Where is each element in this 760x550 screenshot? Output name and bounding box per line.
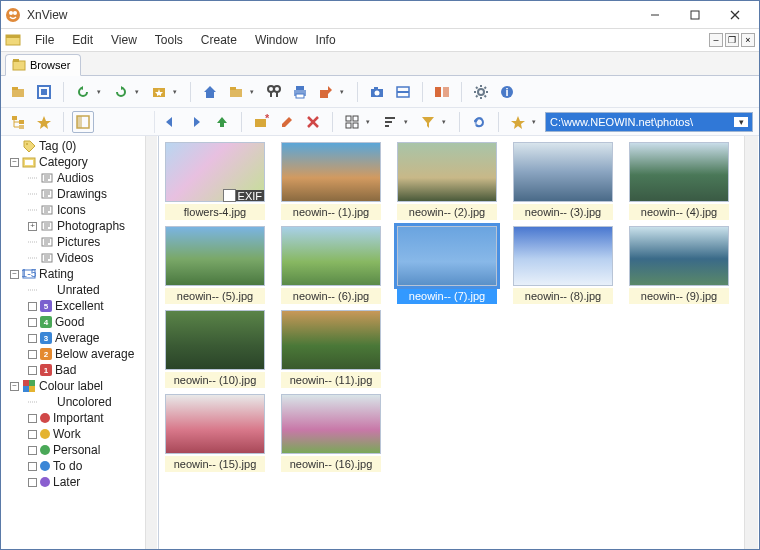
thumbnail-image[interactable]: [165, 394, 265, 454]
collapse-icon[interactable]: −: [10, 270, 19, 279]
fullscreen-icon[interactable]: [33, 81, 55, 103]
menu-tools[interactable]: Tools: [147, 31, 191, 49]
favorites-icon[interactable]: [148, 81, 170, 103]
tree-item[interactable]: Drawings: [1, 186, 158, 202]
thumbnail[interactable]: neowin-- (3).jpg: [513, 142, 613, 220]
compare-icon[interactable]: [431, 81, 453, 103]
thumbnail[interactable]: neowin-- (16).jpg: [281, 394, 381, 472]
rotate-ccw-icon[interactable]: [72, 81, 94, 103]
tree-item[interactable]: 3Average: [1, 330, 158, 346]
grid-scrollbar[interactable]: [744, 136, 758, 549]
menu-window[interactable]: Window: [247, 31, 306, 49]
thumbnail-image[interactable]: [629, 226, 729, 286]
thumbnail[interactable]: neowin-- (9).jpg: [629, 226, 729, 304]
tree-item[interactable]: Icons: [1, 202, 158, 218]
expand-icon[interactable]: +: [28, 222, 37, 231]
refresh-icon[interactable]: [468, 111, 490, 133]
thumbnail[interactable]: neowin-- (6).jpg: [281, 226, 381, 304]
thumbnail-image[interactable]: [281, 226, 381, 286]
new-folder-icon[interactable]: *: [250, 111, 272, 133]
tree-item[interactable]: +Photographs: [1, 218, 158, 234]
tree-icon[interactable]: [7, 111, 29, 133]
thumbnail-image[interactable]: [281, 310, 381, 370]
menu-edit[interactable]: Edit: [64, 31, 101, 49]
maximize-button[interactable]: [675, 3, 715, 27]
thumbnail[interactable]: neowin-- (15).jpg: [165, 394, 265, 472]
tree-item[interactable]: Videos: [1, 250, 158, 266]
tree-item[interactable]: 4Good: [1, 314, 158, 330]
back-icon[interactable]: [159, 111, 181, 133]
mdi-restore-button[interactable]: ❐: [725, 33, 739, 47]
thumbnail[interactable]: neowin-- (2).jpg: [397, 142, 497, 220]
collapse-icon[interactable]: −: [10, 158, 19, 167]
thumbnail[interactable]: neowin-- (11).jpg: [281, 310, 381, 388]
folder-open-icon[interactable]: [225, 81, 247, 103]
mdi-close-button[interactable]: ×: [741, 33, 755, 47]
tree-item[interactable]: Work: [1, 426, 158, 442]
tree-item[interactable]: Unrated: [1, 282, 158, 298]
filter-icon[interactable]: [417, 111, 439, 133]
thumbnail-image[interactable]: [629, 142, 729, 202]
tree-item[interactable]: Pictures: [1, 234, 158, 250]
tree-item[interactable]: Uncolored: [1, 394, 158, 410]
thumbnail-image[interactable]: [165, 310, 265, 370]
minimize-button[interactable]: [635, 3, 675, 27]
settings-icon[interactable]: [470, 81, 492, 103]
thumbnail-grid[interactable]: EXIFflowers-4.jpgneowin-- (1).jpgneowin-…: [159, 136, 759, 549]
edit-icon[interactable]: [276, 111, 298, 133]
mdi-minimize-button[interactable]: –: [709, 33, 723, 47]
menu-view[interactable]: View: [103, 31, 145, 49]
home-icon[interactable]: [199, 81, 221, 103]
thumbnail[interactable]: neowin-- (10).jpg: [165, 310, 265, 388]
print-icon[interactable]: [289, 81, 311, 103]
thumbnail-image[interactable]: [513, 226, 613, 286]
open-icon[interactable]: [7, 81, 29, 103]
categories-panel-icon[interactable]: [72, 111, 94, 133]
tree-item[interactable]: 5Excellent: [1, 298, 158, 314]
delete-icon[interactable]: [302, 111, 324, 133]
star-icon[interactable]: [507, 111, 529, 133]
thumbnail[interactable]: EXIFflowers-4.jpg: [165, 142, 265, 220]
menu-file[interactable]: File: [27, 31, 62, 49]
sort-icon[interactable]: [379, 111, 401, 133]
up-icon[interactable]: [211, 111, 233, 133]
tree-item[interactable]: Tag (0): [1, 138, 158, 154]
thumbnail-image[interactable]: [281, 394, 381, 454]
sidebar-scrollbar[interactable]: [145, 136, 157, 549]
favorites-tree-icon[interactable]: [33, 111, 55, 133]
address-bar[interactable]: C:\www.NEOWIN.net\photos\▾: [545, 112, 753, 132]
thumbnail[interactable]: neowin-- (7).jpg: [397, 226, 497, 304]
tab-browser[interactable]: Browser: [5, 54, 81, 76]
tree-item[interactable]: 2Below average: [1, 346, 158, 362]
tree-item[interactable]: Personal: [1, 442, 158, 458]
camera-icon[interactable]: [366, 81, 388, 103]
rotate-cw-icon[interactable]: [110, 81, 132, 103]
tree-item[interactable]: Later: [1, 474, 158, 490]
address-dropdown-icon[interactable]: ▾: [734, 117, 748, 127]
export-icon[interactable]: [315, 81, 337, 103]
thumbnail-image[interactable]: [397, 226, 497, 286]
category-sidebar[interactable]: Tag (0)−CategoryAudiosDrawingsIcons+Phot…: [1, 136, 159, 549]
tree-item[interactable]: To do: [1, 458, 158, 474]
close-button[interactable]: [715, 3, 755, 27]
search-icon[interactable]: [263, 81, 285, 103]
thumbnail[interactable]: neowin-- (4).jpg: [629, 142, 729, 220]
tree-item[interactable]: Audios: [1, 170, 158, 186]
menu-create[interactable]: Create: [193, 31, 245, 49]
thumbnail[interactable]: neowin-- (8).jpg: [513, 226, 613, 304]
thumbnail-image[interactable]: EXIF: [165, 142, 265, 202]
info-icon[interactable]: i: [496, 81, 518, 103]
tree-item[interactable]: −Category: [1, 154, 158, 170]
thumbnail-image[interactable]: [513, 142, 613, 202]
thumbnail-image[interactable]: [281, 142, 381, 202]
view-mode-icon[interactable]: [341, 111, 363, 133]
thumbnail-image[interactable]: [397, 142, 497, 202]
tree-item[interactable]: −1-5Rating: [1, 266, 158, 282]
menu-info[interactable]: Info: [308, 31, 344, 49]
thumbnail[interactable]: neowin-- (1).jpg: [281, 142, 381, 220]
tree-item[interactable]: −Colour label: [1, 378, 158, 394]
thumbnail[interactable]: neowin-- (5).jpg: [165, 226, 265, 304]
collapse-icon[interactable]: −: [10, 382, 19, 391]
scan-icon[interactable]: [392, 81, 414, 103]
tree-item[interactable]: Important: [1, 410, 158, 426]
